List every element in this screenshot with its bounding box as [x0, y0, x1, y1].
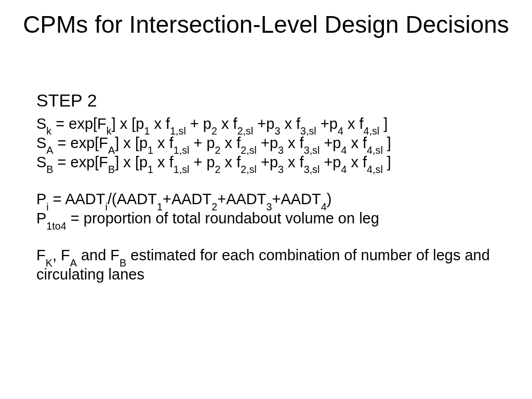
s: 4	[321, 201, 327, 212]
t: F	[36, 247, 46, 263]
t: +p	[320, 135, 341, 151]
s: 1,sl	[170, 125, 186, 137]
s: 4	[341, 164, 347, 175]
s: 2	[215, 164, 221, 175]
t: x f	[217, 115, 237, 132]
s: B	[108, 164, 115, 175]
t: x f	[284, 135, 304, 151]
formula-sb: SB = exp[FB] x [p1 x f1,sl + p2 x f2,sl …	[36, 153, 496, 172]
spacer	[36, 228, 496, 246]
t: + p	[189, 135, 215, 151]
t: x f	[280, 115, 300, 132]
s: 4,sl	[364, 125, 380, 137]
t: x f	[343, 115, 364, 132]
t: ]	[379, 115, 388, 132]
formula-sk: Sk = exp[Fk] x [p1 x f1,sl + p2 x f2,sl …	[36, 114, 496, 134]
t: +p	[257, 135, 278, 151]
s: 2	[211, 125, 217, 137]
s: 4,sl	[367, 144, 383, 156]
t: P	[36, 191, 46, 207]
s: 1,sl	[174, 164, 190, 175]
s: 1to4	[46, 220, 66, 232]
t: +p	[316, 115, 338, 132]
t: P	[36, 210, 46, 227]
s: A	[70, 257, 77, 269]
t: ] x [p	[115, 154, 148, 170]
t: x f	[153, 154, 174, 170]
t: = AADT	[49, 191, 105, 207]
slide: CPMs for Intersection-Level Design Decis…	[0, 0, 532, 399]
s: B	[46, 164, 53, 175]
s: k	[107, 125, 112, 137]
s: 1	[148, 144, 153, 156]
s: i	[105, 201, 108, 212]
s: 2	[211, 201, 217, 212]
t: = exp[F	[54, 135, 109, 151]
s: i	[46, 201, 48, 212]
t: +p	[257, 154, 278, 170]
t: x f	[284, 154, 304, 170]
t: ] x [p	[115, 135, 148, 151]
t: +p	[320, 154, 341, 170]
s: 3,sl	[304, 144, 320, 156]
s: 2,sl	[241, 164, 257, 175]
formula-pi: Pi = AADTi/(AADT1+AADT2+AADT3+AADT4)	[36, 190, 496, 209]
t: +AADT	[272, 191, 321, 207]
s: 2,sl	[237, 125, 254, 137]
s: B	[119, 257, 126, 269]
t: S	[36, 115, 46, 132]
t: x f	[153, 135, 174, 151]
t: x f	[150, 115, 170, 132]
slide-body: STEP 2 Sk = exp[Fk] x [p1 x f1,sl + p2 x…	[36, 89, 496, 284]
s: 3	[278, 144, 284, 156]
t: +AADT	[217, 191, 266, 207]
t: ]	[383, 135, 391, 151]
t: = proportion of total roundabout volume …	[66, 210, 379, 227]
s: 1	[157, 201, 163, 212]
t: x f	[347, 135, 367, 151]
s: 4	[338, 125, 343, 137]
t: /(AADT	[108, 191, 157, 207]
s: K	[46, 257, 52, 269]
t: ] x [p	[112, 115, 144, 132]
t: S	[36, 135, 46, 151]
s: A	[108, 144, 115, 156]
s: 3,sl	[304, 164, 320, 175]
t: )	[327, 191, 332, 207]
spacer	[36, 172, 496, 190]
t: x f	[221, 154, 241, 170]
formula-sa: SA = exp[FA] x [p1 x f1,sl + p2 x f2,sl …	[36, 134, 496, 153]
t: x f	[347, 154, 367, 170]
t: = exp[F	[51, 115, 107, 132]
t: +p	[253, 115, 274, 132]
t: +AADT	[163, 191, 211, 207]
s: 1	[148, 164, 153, 175]
s: 3,sl	[300, 125, 316, 137]
t: = exp[F	[54, 154, 109, 170]
s: 1,sl	[174, 144, 190, 156]
s: 2	[215, 144, 221, 156]
s: 4,sl	[367, 164, 383, 175]
step-heading: STEP 2	[36, 89, 496, 112]
s: 4	[341, 144, 347, 156]
t: + p	[186, 115, 211, 132]
t: x f	[221, 135, 241, 151]
t: + p	[189, 154, 215, 170]
slide-title: CPMs for Intersection-Level Design Decis…	[0, 11, 532, 38]
s: 3	[274, 125, 280, 137]
s: 1	[144, 125, 150, 137]
s: 3	[278, 164, 284, 175]
t: S	[36, 154, 46, 170]
s: 3	[266, 201, 272, 212]
t: , F	[52, 247, 70, 263]
formula-f-note: FK, FA and FB estimated for each combina…	[36, 246, 496, 284]
s: A	[46, 144, 53, 156]
t: and F	[77, 247, 119, 263]
s: 2,sl	[241, 144, 257, 156]
s: k	[46, 125, 51, 137]
t: ]	[383, 154, 391, 170]
